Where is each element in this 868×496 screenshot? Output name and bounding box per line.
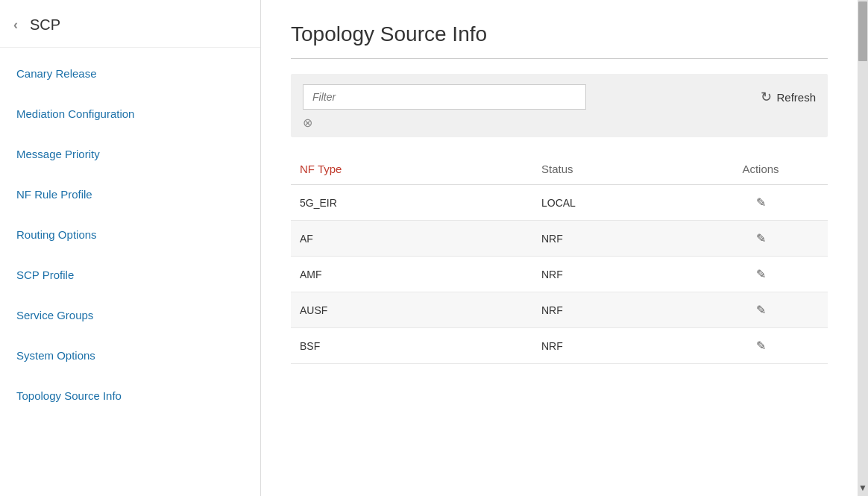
- cell-nftype: AUSF: [291, 292, 532, 328]
- edit-icon[interactable]: ✎: [756, 303, 766, 317]
- table-row: AUSFNRF✎: [291, 292, 828, 328]
- scroll-down-arrow[interactable]: ▼: [858, 483, 867, 493]
- cell-status: NRF: [532, 221, 694, 257]
- cell-status: NRF: [532, 328, 694, 364]
- cell-nftype: AMF: [291, 257, 532, 292]
- scrollbar-thumb[interactable]: [858, 1, 867, 61]
- filter-bar: ↻ Refresh ⊗: [291, 74, 828, 137]
- cell-status: NRF: [532, 292, 694, 328]
- edit-icon[interactable]: ✎: [756, 231, 766, 245]
- back-button[interactable]: ‹: [13, 17, 18, 33]
- sidebar-item-nf-rule-profile[interactable]: NF Rule Profile: [0, 175, 260, 215]
- cell-actions: ✎: [694, 221, 828, 257]
- sidebar-item-routing-options[interactable]: Routing Options: [0, 215, 260, 255]
- filter-input[interactable]: [303, 84, 586, 110]
- sidebar: ‹ SCP Canary ReleaseMediation Configurat…: [0, 0, 261, 496]
- sidebar-item-mediation-configuration[interactable]: Mediation Configuration: [0, 94, 260, 134]
- cell-nftype: BSF: [291, 328, 532, 364]
- sidebar-header: ‹ SCP: [0, 7, 260, 48]
- filter-row: ↻ Refresh: [303, 84, 816, 110]
- cell-status: LOCAL: [532, 185, 694, 221]
- clear-filter-icon[interactable]: ⊗: [303, 116, 816, 130]
- sidebar-item-canary-release[interactable]: Canary Release: [0, 54, 260, 94]
- refresh-label: Refresh: [776, 91, 816, 104]
- sidebar-title: SCP: [30, 16, 60, 34]
- cell-actions: ✎: [694, 292, 828, 328]
- sidebar-item-topology-source-info[interactable]: Topology Source Info: [0, 376, 260, 416]
- sidebar-item-scp-profile[interactable]: SCP Profile: [0, 255, 260, 295]
- table-header: NF Type Status Actions: [291, 155, 828, 185]
- cell-status: NRF: [532, 257, 694, 292]
- table-row: 5G_EIRLOCAL✎: [291, 185, 828, 221]
- cell-actions: ✎: [694, 328, 828, 364]
- cell-actions: ✎: [694, 257, 828, 292]
- table-row: AFNRF✎: [291, 221, 828, 257]
- cell-nftype: 5G_EIR: [291, 185, 532, 221]
- cell-actions: ✎: [694, 185, 828, 221]
- refresh-button[interactable]: ↻ Refresh: [761, 89, 816, 105]
- sidebar-item-message-priority[interactable]: Message Priority: [0, 134, 260, 175]
- col-header-actions: Actions: [694, 155, 828, 185]
- main-area: Topology Source Info ↻ Refresh ⊗ NF Type…: [261, 0, 868, 496]
- data-table: NF Type Status Actions 5G_EIRLOCAL✎AFNRF…: [291, 155, 828, 364]
- table-body: 5G_EIRLOCAL✎AFNRF✎AMFNRF✎AUSFNRF✎BSFNRF✎: [291, 185, 828, 364]
- edit-icon[interactable]: ✎: [756, 195, 766, 210]
- title-divider: [291, 58, 828, 59]
- table-row: BSFNRF✎: [291, 328, 828, 364]
- sidebar-item-system-options[interactable]: System Options: [0, 336, 260, 376]
- sidebar-nav: Canary ReleaseMediation ConfigurationMes…: [0, 48, 260, 422]
- edit-icon[interactable]: ✎: [756, 339, 766, 353]
- main-content: Topology Source Info ↻ Refresh ⊗ NF Type…: [261, 0, 858, 496]
- refresh-icon: ↻: [761, 89, 772, 105]
- edit-icon[interactable]: ✎: [756, 267, 766, 281]
- table-row: AMFNRF✎: [291, 257, 828, 292]
- cell-nftype: AF: [291, 221, 532, 257]
- table-header-row: NF Type Status Actions: [291, 155, 828, 185]
- scrollbar[interactable]: ▼: [858, 0, 868, 496]
- col-header-status: Status: [532, 155, 694, 185]
- sidebar-item-service-groups[interactable]: Service Groups: [0, 295, 260, 336]
- page-title: Topology Source Info: [291, 22, 828, 46]
- col-header-nftype: NF Type: [291, 155, 532, 185]
